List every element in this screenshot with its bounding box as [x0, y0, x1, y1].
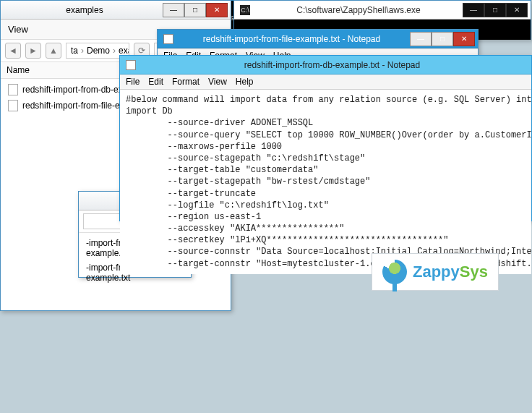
notepad-file-window: redshift-import-from-file-example.txt - … [157, 29, 479, 55]
notepad-db-title: redshift-import-from-db-example.txt - No… [136, 60, 528, 70]
zappysys-logo-text: ZappySys [413, 263, 488, 281]
notepad-db-menubar: File Edit Format View Help [120, 74, 531, 90]
minimize-button[interactable]: — [410, 32, 432, 46]
logo-text-sys: Sys [460, 263, 488, 281]
notepad-db-window: redshift-import-from-db-example.txt - No… [119, 55, 532, 221]
zappysys-logo-icon [382, 260, 407, 284]
notepad-file-title: redshift-import-from-file-example.txt - … [173, 34, 410, 44]
breadcrumb-seg[interactable]: Demo [87, 46, 110, 56]
notepad-icon [126, 60, 136, 70]
breadcrumb-seg[interactable]: examples [119, 46, 129, 56]
nav-back-button[interactable]: ◄ [5, 43, 21, 59]
explorer1-title: examples [7, 5, 163, 15]
minimize-button[interactable]: — [163, 3, 184, 17]
menu-format[interactable]: Format [172, 77, 200, 87]
menu-edit[interactable]: Edit [148, 77, 163, 87]
close-button[interactable]: ✕ [506, 3, 528, 17]
logo-text-zappy: Zappy [413, 263, 460, 281]
menu-view[interactable]: View [208, 77, 227, 87]
zappysys-logo: ZappySys [372, 253, 499, 291]
close-button[interactable]: ✕ [453, 32, 475, 46]
maximize-button[interactable]: □ [184, 3, 206, 17]
aws-exe-title: C:\software\ZappyShell\aws.exe [254, 5, 463, 15]
explorer1-titlebar[interactable]: examples — □ ✕ [1, 1, 231, 20]
aws-exe-titlebar[interactable]: C:\ C:\software\ZappyShell\aws.exe — □ ✕ [234, 1, 531, 20]
notepad-db-textarea[interactable]: #below command will import data from any… [120, 90, 531, 274]
nav-forward-button[interactable]: ► [25, 43, 41, 59]
maximize-button[interactable]: □ [432, 32, 453, 46]
notepad-file-titlebar[interactable]: redshift-import-from-file-example.txt - … [158, 30, 478, 48]
chevron-icon: › [113, 46, 116, 56]
notepad-db-titlebar[interactable]: redshift-import-from-db-example.txt - No… [120, 56, 531, 74]
chevron-icon: › [81, 46, 84, 56]
close-button[interactable]: ✕ [206, 3, 228, 17]
breadcrumb-seg[interactable]: ta [71, 46, 78, 56]
console-icon: C:\ [240, 5, 250, 15]
text-file-icon [8, 100, 18, 111]
minimize-button[interactable]: — [463, 3, 484, 17]
text-file-icon [8, 84, 18, 95]
menu-help[interactable]: Help [236, 77, 254, 87]
maximize-button[interactable]: □ [484, 3, 506, 17]
menu-file[interactable]: File [126, 77, 140, 87]
notepad-icon [163, 34, 173, 44]
nav-up-button[interactable]: ▲ [46, 43, 61, 59]
